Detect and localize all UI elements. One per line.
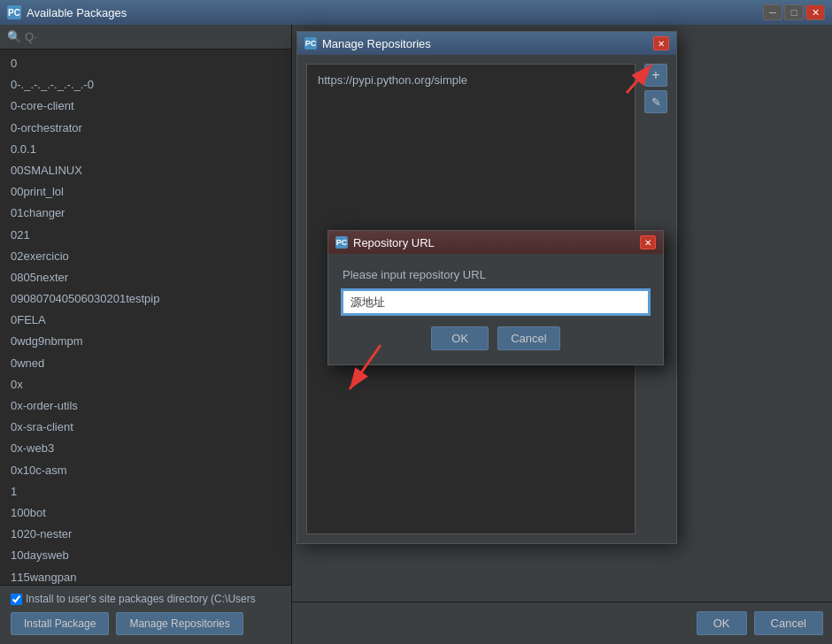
manage-repos-title-bar: PC Manage Repositories ✕	[297, 32, 676, 55]
manage-repos-title: Manage Repositories	[322, 37, 653, 50]
list-item[interactable]: 01changer	[0, 203, 291, 224]
repo-url-content: Please input repository URL OK Cancel	[328, 254, 663, 364]
list-item[interactable]: 1	[0, 481, 291, 502]
list-item[interactable]: 090807040506030201testpip	[0, 288, 291, 310]
list-item[interactable]: 0x10c-asm	[0, 460, 291, 481]
list-item[interactable]: 0x-sra-client	[0, 417, 291, 438]
main-cancel-button[interactable]: Cancel	[754, 611, 823, 635]
list-item[interactable]: 0.0.1	[0, 139, 291, 160]
repo-url-input[interactable]	[343, 290, 649, 314]
repo-list-item[interactable]: https://pypi.python.org/simple	[312, 70, 629, 90]
main-window-title: Available Packages	[27, 6, 763, 19]
search-icon: 🔍	[7, 30, 21, 43]
package-list: 00-._.-._.-._.-._.-00-core-client0-orche…	[0, 50, 291, 585]
main-title-bar: PC Available Packages ─ □ ✕	[0, 0, 832, 25]
install-package-button[interactable]: Install Package	[11, 612, 109, 635]
repo-url-ok-button[interactable]: OK	[431, 326, 489, 350]
manage-repos-icon: PC	[304, 37, 317, 50]
repo-toolbar: + ✎	[644, 64, 667, 113]
install-checkbox-text: Install to user's site packages director…	[26, 593, 256, 605]
list-item[interactable]: 0FELA	[0, 310, 291, 331]
list-item[interactable]: 02exercicio	[0, 246, 291, 267]
install-checkbox-label[interactable]: Install to user's site packages director…	[11, 593, 256, 605]
repo-url-label: Please input repository URL	[343, 268, 649, 281]
repo-url-title-bar: PC Repository URL ✕	[328, 231, 663, 254]
list-item[interactable]: 100bot	[0, 502, 291, 524]
bottom-bar: Install to user's site packages director…	[0, 585, 291, 612]
repo-url-close-button[interactable]: ✕	[640, 235, 656, 249]
search-input[interactable]	[25, 30, 284, 43]
list-item[interactable]: 1020-nester	[0, 524, 291, 545]
main-window-icon: PC	[7, 5, 21, 19]
edit-repo-button[interactable]: ✎	[644, 90, 667, 113]
list-item[interactable]: 00print_lol	[0, 181, 291, 203]
maximize-button[interactable]: □	[784, 4, 804, 20]
repo-url-dialog: PC Repository URL ✕ Please input reposit…	[327, 230, 664, 365]
list-item[interactable]: 0x-order-utils	[0, 395, 291, 417]
repo-url-buttons: OK Cancel	[343, 326, 649, 350]
manage-repos-close-button[interactable]: ✕	[653, 36, 669, 50]
list-item[interactable]: 0wned	[0, 353, 291, 374]
minimize-button[interactable]: ─	[763, 4, 782, 20]
main-ok-button[interactable]: OK	[697, 611, 747, 635]
list-item[interactable]: 0x-web3	[0, 438, 291, 459]
list-item[interactable]: 00SMALINUX	[0, 160, 291, 181]
close-button[interactable]: ✕	[805, 4, 825, 20]
list-item[interactable]: 0-._.-._.-._.-._.-0	[0, 74, 291, 96]
repo-url-title: Repository URL	[353, 236, 640, 249]
list-item[interactable]: 0-core-client	[0, 96, 291, 117]
search-bar: 🔍	[0, 25, 291, 50]
add-repo-button[interactable]: +	[644, 64, 667, 87]
list-item[interactable]: 0805nexter	[0, 267, 291, 288]
repo-url-icon: PC	[335, 236, 348, 249]
list-item[interactable]: 10daysweb	[0, 545, 291, 566]
repo-url-cancel-button[interactable]: Cancel	[497, 326, 559, 350]
list-item[interactable]: 021	[0, 225, 291, 246]
list-item[interactable]: 0-orchestrator	[0, 118, 291, 139]
manage-repositories-button[interactable]: Manage Repositories	[116, 612, 243, 635]
main-window-controls: ─ □ ✕	[763, 4, 825, 20]
list-item[interactable]: 0	[0, 53, 291, 74]
list-item[interactable]: 0x	[0, 374, 291, 395]
package-list-panel: 🔍 00-._.-._.-._.-._.-00-core-client0-orc…	[0, 25, 292, 644]
list-item[interactable]: 115wangpan	[0, 567, 291, 586]
install-checkbox[interactable]	[11, 594, 22, 605]
list-item[interactable]: 0wdg9nbmpm	[0, 331, 291, 352]
right-bottom-bar: OK Cancel	[292, 602, 832, 644]
